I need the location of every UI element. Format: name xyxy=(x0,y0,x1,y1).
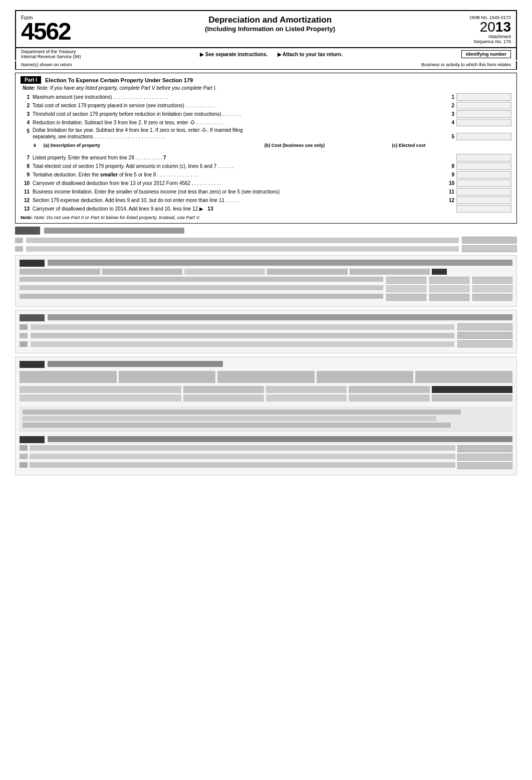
part1-note-bold: Note: xyxy=(23,85,36,91)
col-a-header: (a) Description of property xyxy=(44,143,226,148)
dept-label: Department of the Treasury xyxy=(21,49,81,54)
blurred-inst-row xyxy=(23,423,451,428)
blurred-lt xyxy=(30,445,455,451)
line7-text: Listed property. Enter the amount from l… xyxy=(33,155,439,160)
part1-label: Part I xyxy=(21,76,41,84)
blurred-cell xyxy=(429,277,469,284)
blurred-row xyxy=(20,294,383,299)
part2-label-blurred xyxy=(15,227,40,235)
form-title-main: Depreciation and Amortization xyxy=(81,15,460,25)
form-title-sub: (Including Information on Listed Propert… xyxy=(81,25,460,33)
grid-hdr xyxy=(415,371,512,383)
grid-cell xyxy=(184,269,265,275)
grid-hdr xyxy=(217,371,315,383)
grid-hdr xyxy=(20,371,117,383)
blurred-cell xyxy=(472,294,512,301)
line13-num: 13 xyxy=(21,206,30,212)
line4-input[interactable] xyxy=(456,119,511,126)
line11-input[interactable] xyxy=(456,188,511,196)
blurred-p5-title xyxy=(48,361,223,367)
line5-input[interactable] xyxy=(456,133,511,140)
blurred-i2 xyxy=(457,332,512,339)
blurred-li3 xyxy=(457,462,512,469)
line13-input[interactable] xyxy=(456,205,511,213)
blurred-header-dark2 xyxy=(20,314,45,321)
blurred-p5-header xyxy=(20,361,45,368)
line3-text: Threshold cost of section 179 property b… xyxy=(33,111,439,117)
line3-input[interactable] xyxy=(456,110,511,118)
form-number-block: Form 4562 xyxy=(21,15,71,42)
line13-text: Carryover of disallowed deduction to 201… xyxy=(33,206,439,212)
blurred-t2 xyxy=(31,333,454,338)
col-b-header: (b) Cost (business use only) xyxy=(226,143,363,148)
line8-text: Total elected cost of section 179 proper… xyxy=(33,163,439,169)
grid-cell xyxy=(20,269,100,275)
line10-text: Carryover of disallowed deduction from l… xyxy=(33,180,439,186)
omb-block: OMB No. 1545-0172 2013 Attachment Sequen… xyxy=(469,15,511,44)
blurred-dark-hdr xyxy=(20,436,45,443)
attachment-label: Attachment xyxy=(469,34,511,39)
blurred-text xyxy=(26,246,459,252)
blurred-t3 xyxy=(31,341,454,347)
line11-ref: 11 xyxy=(442,189,454,194)
line12-input[interactable] xyxy=(456,197,511,204)
blurred-ln2 xyxy=(20,454,28,459)
blurred-li2 xyxy=(457,454,512,461)
line2-num: 2 xyxy=(21,103,30,108)
line10-input[interactable] xyxy=(456,179,511,187)
blurred-num xyxy=(15,238,23,243)
line1-text: Maximum amount (see instructions) . . . … xyxy=(33,94,439,100)
grid-cell-dark xyxy=(432,269,447,275)
form-title-block: Depreciation and Amortization (Including… xyxy=(71,15,470,33)
line9-input[interactable] xyxy=(456,171,511,178)
part1-note: Note: If you have any listed property, c… xyxy=(37,85,216,91)
instructions-block: ▶ See separate instructions. ▶ Attach to… xyxy=(200,52,343,57)
line9-text: Tentative deduction. Enter the smaller o… xyxy=(33,172,439,177)
blurred-t xyxy=(31,324,454,330)
grid-cell xyxy=(350,269,430,275)
line12-num: 12 xyxy=(21,198,30,203)
line7-num: 7 xyxy=(21,155,30,160)
name-label: Name(s) shown on return xyxy=(21,62,72,67)
line10-num: 10 xyxy=(21,180,30,186)
blurred-header-dark xyxy=(20,260,45,267)
blurred-col3 xyxy=(266,386,347,393)
line1-num: 1 xyxy=(21,94,30,100)
blurred-input xyxy=(462,245,517,252)
blurred-ln xyxy=(20,445,28,451)
blurred-ln3 xyxy=(20,462,28,468)
blurred-i3 xyxy=(457,340,512,347)
col6-label: 6 xyxy=(34,143,41,148)
blurred-part5 xyxy=(15,356,517,475)
blurred-inst-row xyxy=(23,416,436,421)
sequence-no: Sequence No. 179 xyxy=(469,39,511,44)
line8-input[interactable] xyxy=(456,162,511,170)
blurred-row xyxy=(20,277,383,282)
blurred-num xyxy=(15,246,23,252)
instructions-arrow: ▶ See separate instructions. xyxy=(200,52,268,57)
year-bold: 13 xyxy=(495,20,511,34)
line2-input[interactable] xyxy=(456,102,511,109)
blurred-col5b xyxy=(432,395,512,402)
blurred-i xyxy=(457,323,512,330)
blurred-col5-dark xyxy=(432,386,512,393)
blurred-input xyxy=(462,237,517,244)
irs-label: Internal Revenue Service (99) xyxy=(21,54,81,59)
line1-input[interactable] xyxy=(456,93,511,101)
blurred-part4 xyxy=(15,310,517,353)
part1-note2-text: Note: Do not use Part II or Part III bel… xyxy=(34,215,200,220)
blurred-col2b xyxy=(183,395,264,402)
identifying-label: Identifying number xyxy=(466,52,506,57)
line11-text: Business income limitation. Enter the sm… xyxy=(33,189,439,194)
blurred-header-text xyxy=(48,260,512,266)
line11-num: 11 xyxy=(21,189,30,194)
line5-ref: 5 xyxy=(442,134,454,139)
page: Form 4562 Depreciation and Amortization … xyxy=(0,0,532,780)
line7-input[interactable] xyxy=(456,154,511,161)
part2-title-blurred xyxy=(44,228,184,234)
grid-cell xyxy=(102,269,183,275)
blurred-col4 xyxy=(349,386,429,393)
line3-ref: 3 xyxy=(442,111,454,117)
line4-text: Reduction in limitation. Subtract line 3… xyxy=(33,120,439,125)
attach-arrow: ▶ Attach to your tax return. xyxy=(278,52,343,57)
